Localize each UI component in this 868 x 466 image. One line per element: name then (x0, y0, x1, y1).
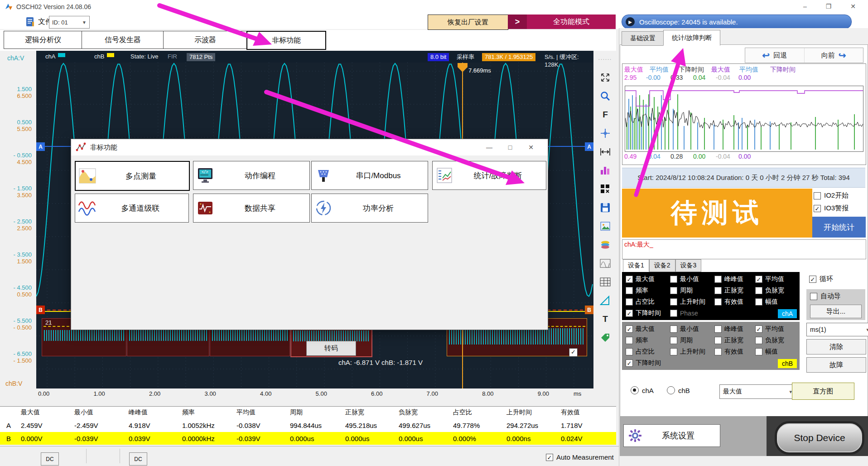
coupling-chB-button[interactable]: DC (129, 452, 147, 466)
device-tab[interactable]: 设备2 (649, 259, 675, 272)
measure-checkbox[interactable] (755, 287, 762, 294)
measure-checkbox[interactable] (755, 337, 762, 344)
main-tab-2[interactable]: 信号发生器 (82, 31, 164, 49)
measure-checkbox[interactable] (755, 325, 762, 333)
measure-checkbox[interactable] (626, 337, 633, 344)
table-icon[interactable] (597, 275, 613, 289)
measure-option[interactable]: 下降时间 (626, 309, 670, 317)
measure-checkbox[interactable] (626, 276, 633, 283)
radio-chB[interactable]: chB (667, 386, 690, 394)
marker-B-right[interactable]: B (585, 306, 593, 314)
data-sharing-button[interactable]: 数据共享 (193, 194, 310, 223)
measure-checkbox[interactable] (626, 325, 633, 333)
transcode-button[interactable]: 转码 (306, 341, 356, 356)
measure-checkbox[interactable] (626, 298, 633, 306)
full-function-mode-button[interactable]: > 全功能模式 (508, 15, 616, 29)
measure-option[interactable]: 有效值 (714, 298, 755, 306)
clear-button[interactable]: 清除 (806, 339, 866, 354)
loop-checkbox[interactable] (809, 276, 816, 283)
measure-option[interactable]: 负脉宽 (755, 286, 800, 295)
main-tab-1[interactable]: 逻辑分析仪 (4, 31, 82, 49)
auto-export-toggle[interactable]: 自动导 (810, 292, 841, 301)
forward-button[interactable]: 向前 ↪ (805, 48, 863, 63)
tag-icon[interactable] (597, 330, 613, 345)
radio-chA[interactable]: chA (631, 386, 654, 394)
image-icon[interactable] (597, 219, 613, 233)
measure-option[interactable]: 下降时间 (626, 359, 670, 367)
measure-checkbox[interactable] (670, 276, 677, 283)
measure-select[interactable]: 最大值▾ (719, 384, 796, 399)
measure-checkbox[interactable] (714, 298, 722, 306)
measure-option[interactable]: 有效值 (714, 348, 755, 356)
marker-A-left[interactable]: A (36, 142, 45, 151)
measure-option[interactable]: 峰峰值 (714, 275, 755, 283)
crosshair-icon[interactable] (597, 126, 613, 141)
measure-checkbox[interactable] (755, 276, 762, 283)
multi-channel-cascade-button[interactable]: 多通道级联 (75, 194, 189, 223)
fit-expand-icon[interactable] (597, 70, 613, 85)
dialog-maximize-button[interactable]: □ (500, 139, 521, 155)
tile-close-icon[interactable] (597, 182, 613, 196)
measure-checkbox[interactable] (670, 287, 677, 294)
dialog-minimize-button[interactable]: — (479, 139, 500, 155)
auto-measurement-checkbox[interactable] (546, 454, 553, 461)
measure-option[interactable]: 最大值 (626, 275, 670, 283)
measure-option[interactable]: 正脉宽 (714, 336, 755, 345)
measure-option[interactable]: 上升时间 (670, 298, 714, 306)
chA-radio[interactable] (631, 386, 639, 394)
measure-option[interactable]: 占空比 (626, 298, 670, 306)
io3-checkbox[interactable] (814, 205, 821, 212)
measure-checkbox[interactable] (670, 298, 677, 306)
coupling-chA-button[interactable]: DC (41, 452, 59, 466)
multi-point-measure-button[interactable]: 多点测量 (75, 161, 190, 191)
measure-checkbox[interactable] (626, 359, 633, 367)
marker-A-right[interactable]: A (585, 142, 593, 151)
measure-option[interactable]: 频率 (626, 286, 670, 295)
histogram-icon[interactable] (597, 163, 613, 178)
measure-option[interactable]: 平均值 (755, 275, 800, 283)
tab-basic-settings[interactable]: 基础设置 (622, 31, 664, 46)
measure-checkbox[interactable] (626, 310, 633, 317)
dialog-close-button[interactable]: ✕ (521, 139, 541, 155)
maximize-button[interactable]: ❐ (817, 0, 840, 13)
measure-option[interactable]: 平均值 (755, 325, 800, 333)
measure-checkbox[interactable] (714, 287, 722, 294)
start-stats-button[interactable]: 开始统计 (812, 217, 866, 238)
minimize-button[interactable]: – (794, 0, 816, 13)
waveform-box-icon[interactable] (597, 256, 613, 271)
measure-option[interactable]: 正脉宽 (714, 286, 755, 295)
measure-checkbox[interactable] (714, 276, 722, 283)
stop-device-button[interactable]: Stop Device (775, 421, 864, 455)
chB-radio[interactable] (667, 386, 675, 394)
power-analysis-button[interactable]: 功率分析 (311, 194, 428, 223)
measure-checkbox[interactable] (626, 287, 633, 294)
system-settings-button[interactable]: 系统设置 (623, 424, 720, 447)
io3-alarm-toggle[interactable]: IO3警报 (814, 204, 849, 213)
action-programming-button[interactable]: </> 动作编程 (193, 161, 310, 190)
text-tool-icon[interactable]: T (597, 312, 613, 326)
measure-checkbox[interactable] (670, 337, 677, 344)
measure-option[interactable]: 峰峰值 (714, 325, 755, 333)
serial-modbus-button[interactable]: 串口/Modbus (311, 161, 428, 190)
auto-export-checkbox[interactable] (810, 293, 817, 300)
fault-button[interactable]: 故障 (806, 357, 866, 373)
io2-checkbox[interactable] (814, 192, 821, 199)
back-button[interactable]: ↩ 回退 (745, 48, 805, 63)
measure-checkbox[interactable] (755, 348, 762, 355)
save-icon[interactable] (597, 200, 613, 215)
fft-icon[interactable]: F (597, 107, 613, 122)
measure-option[interactable]: 周期 (670, 286, 714, 295)
close-button[interactable]: ✕ (842, 0, 864, 13)
io2-start-toggle[interactable]: IO2开始 (814, 191, 849, 200)
ruler-triangle-icon[interactable] (597, 293, 613, 308)
zoom-icon[interactable] (597, 89, 613, 103)
measure-option[interactable]: 频率 (626, 336, 670, 345)
measure-option[interactable]: 最小值 (670, 325, 714, 333)
measure-checkbox[interactable] (626, 348, 633, 355)
measure-option[interactable]: 最大值 (626, 325, 670, 333)
histogram-button[interactable]: 直方图 (792, 383, 854, 400)
stats-minichart[interactable] (625, 86, 863, 152)
marker-B-left[interactable]: B (36, 306, 45, 314)
unit-select[interactable]: ms(1)▾ (806, 323, 868, 336)
device-tab[interactable]: 设备1 (623, 259, 649, 272)
